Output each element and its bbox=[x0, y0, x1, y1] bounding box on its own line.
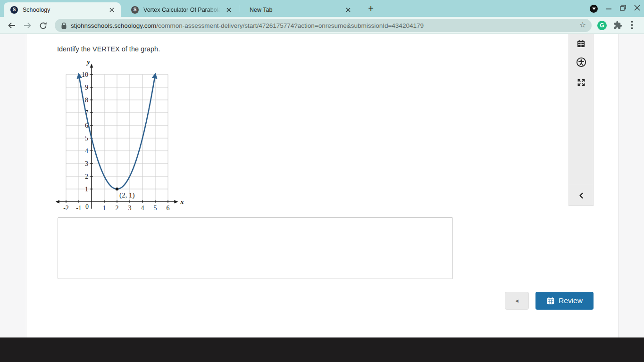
tab-title: Vertex Calculator Of Parabola: O bbox=[143, 7, 222, 13]
site-favicon-icon: S bbox=[131, 6, 139, 14]
answer-input[interactable] bbox=[58, 217, 453, 279]
svg-text:8: 8 bbox=[85, 97, 88, 104]
review-button[interactable]: Review bbox=[535, 292, 594, 310]
svg-text:-1: -1 bbox=[76, 205, 82, 212]
forward-icon[interactable] bbox=[22, 20, 33, 31]
grammarly-extension-icon[interactable]: G bbox=[597, 21, 607, 30]
tab-title: Schoology bbox=[23, 7, 105, 13]
tab-schoology[interactable]: S Schoology bbox=[4, 2, 121, 17]
tab-new-tab[interactable]: New Tab bbox=[240, 2, 357, 17]
svg-text:10: 10 bbox=[82, 71, 88, 78]
question-text: Identify the VERTEX of the graph. bbox=[57, 45, 160, 53]
caret-circle-icon[interactable] bbox=[590, 5, 598, 13]
svg-text:5: 5 bbox=[85, 135, 88, 142]
close-window-button[interactable] bbox=[634, 4, 640, 13]
svg-text:x: x bbox=[180, 198, 184, 206]
svg-text:2: 2 bbox=[116, 205, 119, 212]
svg-text:4: 4 bbox=[85, 148, 88, 155]
assessment-side-toolbar bbox=[569, 34, 594, 206]
lock-icon bbox=[61, 22, 67, 29]
divider bbox=[569, 185, 593, 185]
restore-button[interactable] bbox=[620, 4, 626, 13]
url-domain: stjohnsschools.schoology.com bbox=[71, 22, 156, 29]
collapse-panel-chevron-icon[interactable] bbox=[569, 190, 593, 201]
svg-text:-2: -2 bbox=[63, 205, 69, 212]
tab-strip: S Schoology S Vertex Calculator Of Parab… bbox=[0, 0, 644, 17]
fullscreen-icon[interactable] bbox=[569, 77, 593, 88]
svg-text:0: 0 bbox=[85, 203, 89, 210]
calendar-icon[interactable] bbox=[569, 38, 593, 49]
window-controls bbox=[590, 0, 640, 17]
svg-text:5: 5 bbox=[154, 205, 157, 212]
review-button-label: Review bbox=[559, 296, 583, 305]
svg-text:y: y bbox=[86, 58, 90, 66]
minimize-button[interactable] bbox=[606, 4, 612, 13]
svg-text:4: 4 bbox=[141, 205, 144, 212]
schoology-favicon-icon: S bbox=[10, 6, 18, 14]
url-path: /common-assessment-delivery/start/472617… bbox=[156, 22, 424, 29]
calendar-icon bbox=[546, 296, 555, 305]
url-bar[interactable]: stjohnsschools.schoology.com/common-asse… bbox=[55, 19, 592, 32]
bookmark-star-icon[interactable]: ☆ bbox=[579, 20, 586, 29]
svg-text:3: 3 bbox=[128, 205, 132, 212]
svg-text:3: 3 bbox=[85, 160, 88, 167]
svg-text:9: 9 bbox=[85, 84, 88, 91]
browser-menu-icon[interactable] bbox=[631, 20, 633, 32]
tab-vertex-calculator[interactable]: S Vertex Calculator Of Parabola: O bbox=[125, 2, 238, 17]
tab-title: New Tab bbox=[250, 7, 341, 13]
url-text: stjohnsschools.schoology.com/common-asse… bbox=[71, 22, 424, 29]
previous-question-button[interactable]: ◄ bbox=[505, 292, 529, 310]
extensions-puzzle-icon[interactable] bbox=[613, 21, 622, 32]
screen: S Schoology S Vertex Calculator Of Parab… bbox=[0, 0, 644, 362]
tab-close-icon[interactable] bbox=[344, 6, 352, 14]
reload-icon[interactable] bbox=[37, 20, 49, 31]
tab-close-icon[interactable] bbox=[225, 6, 233, 14]
svg-text:6: 6 bbox=[167, 205, 170, 212]
browser-toolbar: stjohnsschools.schoology.com/common-asse… bbox=[0, 17, 644, 34]
new-tab-button[interactable]: + bbox=[365, 3, 376, 14]
back-icon[interactable] bbox=[6, 20, 17, 31]
svg-text:(2, 1): (2, 1) bbox=[119, 191, 135, 199]
tab-close-icon[interactable] bbox=[108, 6, 116, 14]
svg-text:1: 1 bbox=[103, 205, 106, 212]
tab-separator bbox=[239, 5, 239, 12]
svg-text:2: 2 bbox=[85, 173, 88, 180]
accessibility-icon[interactable] bbox=[569, 57, 593, 68]
parabola-graph: -2-1123456123456789100yx(2, 1) bbox=[56, 58, 184, 222]
chromeos-shelf: 2:52 bbox=[0, 337, 644, 362]
svg-text:1: 1 bbox=[85, 186, 88, 193]
